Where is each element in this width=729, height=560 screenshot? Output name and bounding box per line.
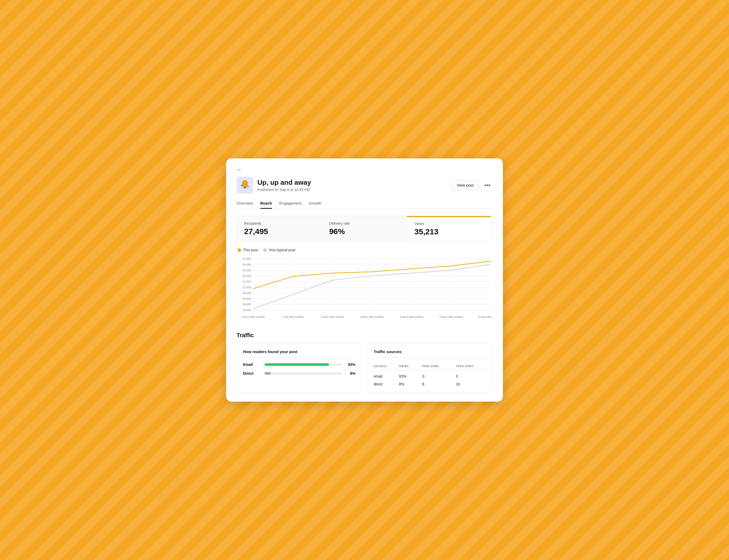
svg-text:5 days after publish: 5 days after publish (440, 315, 463, 318)
svg-text:32,000: 32,000 (242, 257, 251, 260)
back-arrow-icon: ← (236, 167, 242, 173)
sources-title: Traffic sources (374, 349, 486, 358)
svg-text:30,000: 30,000 (242, 263, 251, 266)
post-info: Up, up and away Published on Sep 6 at 10… (257, 178, 311, 192)
svg-text:24,000: 24,000 (242, 280, 251, 283)
sources-direct-paid: 6 (417, 378, 451, 386)
svg-text:1 day after publish: 1 day after publish (282, 315, 304, 318)
metric-delivery-rate: Delivery rate 96% (322, 216, 407, 241)
sources-col-source: SOURCE (374, 362, 394, 371)
svg-text:6 days after publish: 6 days after publish (478, 315, 492, 318)
traffic-email-bar-fill (264, 363, 329, 366)
tab-overview[interactable]: Overview (236, 201, 253, 209)
svg-text:0 days after publish: 0 days after publish (241, 315, 265, 318)
traffic-direct-bar-fill (264, 372, 271, 375)
sources-col-views: VIEWS (394, 362, 417, 371)
traffic-section-title: Traffic (236, 332, 493, 339)
how-found-card: How readers found your post Email 83% Di… (236, 343, 362, 392)
legend-this-post-dot (237, 248, 241, 252)
svg-text:16,000: 16,000 (242, 303, 251, 306)
table-row: direct 8% 6 10 (374, 378, 486, 386)
svg-text:18,000: 18,000 (242, 297, 251, 300)
sources-col-paid: PAID SUBS (417, 362, 451, 371)
sources-col-free: FREE SUBS (451, 362, 486, 371)
svg-text:3 days after publish: 3 days after publish (360, 315, 384, 318)
traffic-direct-label: Direct (243, 371, 261, 376)
legend-this-post-label: This post (243, 248, 258, 252)
sources-header-row: SOURCE VIEWS PAID SUBS FREE SUBS (374, 362, 486, 371)
chart-svg-wrapper: 32,000 30,000 28,000 26,000 24,000 22,00… (237, 256, 492, 324)
sources-email-source: email (374, 371, 394, 379)
sources-direct-free: 10 (451, 378, 486, 386)
sources-direct-source: direct (374, 378, 394, 386)
metric-delivery-value: 96% (329, 227, 400, 236)
svg-text:22,000: 22,000 (242, 286, 251, 289)
tab-reach[interactable]: Reach (260, 201, 272, 209)
traffic-section: Traffic How readers found your post Emai… (236, 332, 493, 392)
sources-email-free: 0 (451, 371, 486, 379)
post-header-left: Up, up and away Published on Sep 6 at 10… (236, 177, 311, 194)
svg-text:4 days after publish: 4 days after publish (400, 315, 423, 318)
traffic-direct-pct: 8% (345, 371, 355, 376)
legend-typical-post: Your typical post (263, 248, 295, 252)
tabs-nav: Overview Reach Engagement Growth (236, 201, 493, 209)
legend-typical-post-label: Your typical post (269, 248, 295, 252)
legend-typical-post-dot (263, 248, 266, 252)
traffic-direct-bar (264, 372, 342, 375)
sources-direct-views: 8% (394, 378, 417, 386)
svg-text:20,000: 20,000 (242, 291, 251, 295)
legend-this-post: This post (237, 248, 258, 252)
traffic-email-bar (264, 363, 342, 366)
post-header-right: View post ••• (451, 180, 493, 190)
metric-delivery-label: Delivery rate (329, 221, 400, 225)
sources-card: Traffic sources SOURCE VIEWS PAID SUBS F… (367, 343, 493, 392)
metrics-row: Recipients 27,495 Delivery rate 96% View… (236, 216, 493, 242)
main-card: ← (226, 158, 503, 402)
chart-container: This post Your typical post 32,000 30,00… (236, 248, 493, 324)
chart-legend: This post Your typical post (237, 248, 492, 252)
tab-engagement[interactable]: Engagement (279, 201, 301, 209)
tab-growth[interactable]: Growth (309, 201, 321, 209)
traffic-email-pct: 83% (345, 362, 355, 367)
traffic-email-label: Email (243, 362, 261, 367)
svg-text:14,000: 14,000 (242, 309, 251, 312)
traffic-row-email: Email 83% (243, 362, 355, 367)
svg-text:2 days after publish: 2 days after publish (320, 315, 344, 318)
sources-table: SOURCE VIEWS PAID SUBS FREE SUBS email 8… (374, 362, 486, 386)
post-header: Up, up and away Published on Sep 6 at 10… (236, 177, 493, 194)
how-found-title: How readers found your post (243, 349, 355, 358)
sources-email-paid: 0 (417, 371, 451, 379)
traffic-row-direct: Direct 8% (243, 371, 355, 376)
post-title: Up, up and away (257, 178, 311, 187)
svg-rect-6 (244, 187, 246, 188)
metric-views-value: 35,213 (415, 227, 485, 236)
metric-views-label: Views (415, 222, 485, 226)
post-subtitle: Published on Sep 6 at 10:45 PM (257, 188, 311, 192)
svg-text:28,000: 28,000 (242, 269, 251, 272)
metric-views: Views 35,213 (407, 216, 492, 241)
metric-recipients: Recipients 27,495 (237, 216, 322, 241)
more-options-button[interactable]: ••• (482, 181, 493, 190)
metric-recipients-value: 27,495 (244, 227, 314, 236)
traffic-grid: How readers found your post Email 83% Di… (236, 343, 493, 392)
back-button[interactable]: ← (236, 167, 242, 173)
post-thumbnail (236, 177, 253, 194)
view-post-button[interactable]: View post (451, 180, 479, 190)
sources-email-views: 83% (394, 371, 417, 379)
table-row: email 83% 0 0 (374, 371, 486, 379)
metric-recipients-label: Recipients (244, 221, 314, 225)
svg-text:26,000: 26,000 (242, 275, 251, 278)
